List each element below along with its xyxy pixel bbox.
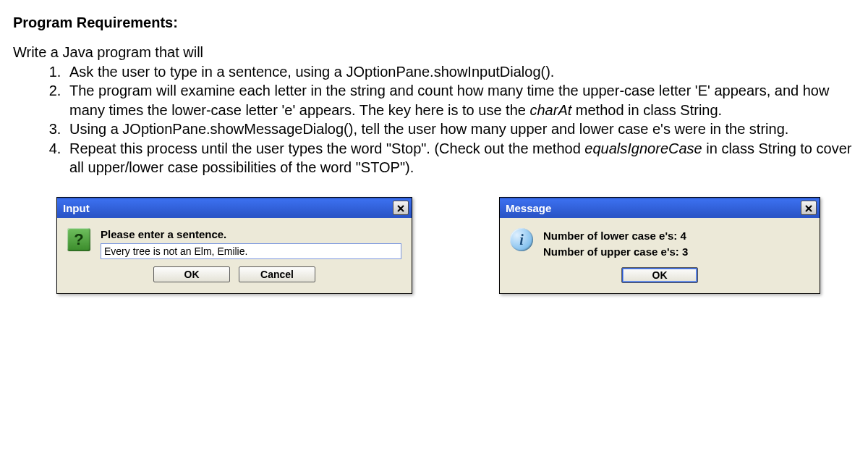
question-icon: ? <box>67 228 90 251</box>
sentence-input[interactable] <box>101 243 401 259</box>
input-prompt: Please enter a sentence. <box>101 228 401 240</box>
dialog-title: Message <box>506 202 551 214</box>
close-button[interactable] <box>801 201 817 215</box>
requirement-text: method in class String. <box>571 102 722 118</box>
cancel-button[interactable]: Cancel <box>239 266 315 282</box>
close-icon <box>397 202 404 214</box>
dialog-row: Input ? Please enter a sentence. OK Canc… <box>13 197 855 294</box>
message-line: Number of lower case e's: 4 <box>543 228 809 244</box>
code-term: charAt <box>529 102 571 118</box>
dialog-title: Input <box>63 202 90 214</box>
requirement-item: Ask the user to type in a sentence, usin… <box>65 62 855 81</box>
section-heading: Program Requirements: <box>13 14 855 31</box>
intro-text: Write a Java program that will <box>13 44 855 61</box>
close-icon <box>805 202 812 214</box>
requirements-list: Ask the user to type in a sentence, usin… <box>13 62 855 177</box>
input-dialog: Input ? Please enter a sentence. OK Canc… <box>56 197 412 294</box>
requirement-item: Using a JOptionPane.showMessageDialog(),… <box>65 119 855 138</box>
requirement-text: Repeat this process until the user types… <box>69 140 584 156</box>
requirement-text: Ask the user to type in a sentence, usin… <box>69 64 554 80</box>
ok-button[interactable]: OK <box>153 266 230 282</box>
requirement-item: The program will examine each letter in … <box>65 81 855 119</box>
requirement-text: Using a JOptionPane.showMessageDialog(),… <box>69 121 788 137</box>
titlebar: Message <box>500 198 820 218</box>
ok-button[interactable]: OK <box>621 267 698 283</box>
titlebar: Input <box>57 198 412 218</box>
close-button[interactable] <box>393 201 409 215</box>
info-icon: i <box>510 228 533 251</box>
requirement-item: Repeat this process until the user types… <box>65 139 855 177</box>
code-term: equalsIgnoreCase <box>584 140 702 156</box>
message-line: Number of upper case e's: 3 <box>543 244 809 260</box>
message-dialog: Message i Number of lower case e's: 4 Nu… <box>499 197 820 294</box>
